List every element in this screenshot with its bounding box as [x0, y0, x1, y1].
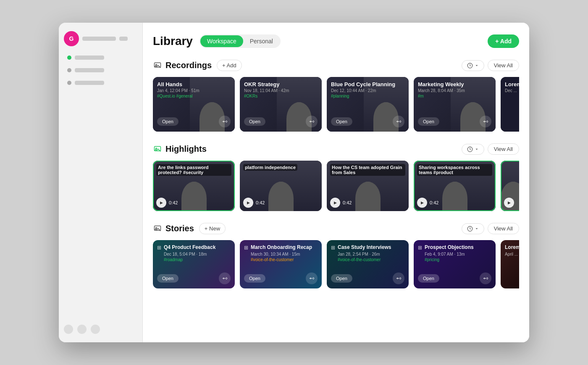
- recording-title-0: All Hands: [157, 81, 231, 87]
- highlight-play-0[interactable]: ▶: [156, 198, 166, 208]
- stories-view-all-button[interactable]: View All: [488, 223, 519, 234]
- story-tag-2: #voice-of-the-customer: [338, 257, 391, 262]
- story-date-2: Jan 28, 2:54 PM · 26m: [338, 252, 391, 257]
- sidebar-dot-gray-2: [67, 81, 71, 85]
- recording-open-1[interactable]: Open: [244, 117, 265, 126]
- story-card-1[interactable]: ⊞ March Onboarding Recap March 30, 10:34…: [240, 240, 322, 288]
- recordings-cards-row: All Hands Jan 4, 12:04 PM · 51m #Quest.i…: [153, 77, 519, 132]
- sidebar-bottom-icon-3[interactable]: [91, 325, 100, 334]
- sidebar-dot-green: [67, 56, 71, 60]
- recordings-add-button[interactable]: + Add: [217, 60, 242, 71]
- highlight-card-0[interactable]: Are the links password protected? #secur…: [153, 161, 235, 211]
- recordings-actions: View All: [462, 60, 519, 71]
- highlight-card-1[interactable]: platform independence ▶ 0:42: [240, 161, 322, 211]
- sidebar-item-2[interactable]: [64, 66, 137, 75]
- highlights-section: Highlights View All: [153, 143, 519, 211]
- recording-share-2[interactable]: [393, 116, 404, 127]
- highlight-card-3[interactable]: Sharing workspaces across teams #product…: [414, 161, 496, 211]
- highlight-title-2: How the CS team adopted Grain from Sales: [330, 164, 405, 176]
- recordings-sort-button[interactable]: [462, 60, 484, 71]
- story-open-2[interactable]: Open: [331, 274, 352, 283]
- recording-share-1[interactable]: [306, 116, 318, 127]
- stories-sort-button[interactable]: [462, 223, 484, 234]
- highlight-card-2[interactable]: How the CS team adopted Grain from Sales…: [327, 161, 409, 211]
- highlight-play-2[interactable]: ▶: [330, 198, 340, 208]
- story-share-3[interactable]: [480, 272, 491, 284]
- recording-title-2: Blue Pod Cycle Planning: [331, 81, 404, 87]
- story-card-2[interactable]: ⊞ Case Study Interviews Jan 28, 2:54 PM …: [327, 240, 409, 288]
- highlights-cards-row: Are the links password protected? #secur…: [153, 161, 519, 211]
- highlights-header: Highlights View All: [153, 143, 519, 155]
- sidebar-bottom-icon-2[interactable]: [77, 325, 87, 334]
- main-content: Library Workspace Personal + Add Recordi…: [143, 23, 529, 342]
- story-title-0: Q4 Product Feedback: [164, 244, 215, 251]
- story-card-0[interactable]: ⊞ Q4 Product Feedback Dec 18, 5:04 PM · …: [153, 240, 235, 288]
- story-open-3[interactable]: Open: [418, 274, 439, 283]
- story-share-2[interactable]: [393, 272, 404, 284]
- highlight-play-1[interactable]: ▶: [243, 198, 253, 208]
- highlight-play-3[interactable]: ▶: [417, 198, 427, 208]
- recording-card-3[interactable]: Marketing Weekly March 28, 8:04 AM · 35m…: [414, 77, 496, 132]
- story-tag-0: #roadmap: [164, 257, 215, 262]
- recording-title-3: Marketing Weekly: [418, 81, 491, 87]
- recording-card-1[interactable]: OKR Strategy Nov 18, 11:04 AM · 42m #OKR…: [240, 77, 322, 132]
- recordings-header: Recordings + Add View All: [153, 60, 519, 71]
- recording-tag-3: #m: [418, 94, 491, 98]
- sidebar-item-3[interactable]: [64, 78, 137, 87]
- user-badge: [119, 37, 128, 41]
- stories-section: Stories + New View All: [153, 223, 519, 288]
- recordings-icon: [153, 61, 162, 70]
- stories-cards-row: ⊞ Q4 Product Feedback Dec 18, 5:04 PM · …: [153, 240, 519, 288]
- story-tag-1: #voice-of-the-customer: [251, 257, 312, 262]
- stories-title: Stories: [165, 224, 194, 233]
- highlight-card-4[interactable]: ▶: [501, 161, 519, 211]
- recording-card-0[interactable]: All Hands Jan 4, 12:04 PM · 51m #Quest.i…: [153, 77, 235, 132]
- story-open-1[interactable]: Open: [244, 274, 265, 283]
- highlights-title: Highlights: [165, 144, 207, 154]
- app-window: G Library Workspace P: [59, 23, 529, 342]
- highlights-sort-button[interactable]: [462, 144, 484, 155]
- recording-title-1: OKR Strategy: [244, 81, 318, 87]
- avatar: G: [64, 31, 79, 46]
- story-share-1[interactable]: [306, 272, 318, 284]
- story-share-0[interactable]: [219, 272, 231, 284]
- highlights-view-all-button[interactable]: View All: [488, 143, 519, 155]
- recording-open-2[interactable]: Open: [331, 117, 352, 126]
- recordings-view-all-button[interactable]: View All: [488, 60, 519, 71]
- svg-point-7: [156, 227, 157, 229]
- recording-card-2[interactable]: Blue Pod Cycle Planning Dec 12, 10:44 AM…: [327, 77, 409, 132]
- recording-open-3[interactable]: Open: [418, 117, 439, 126]
- svg-point-1: [156, 64, 157, 66]
- recording-share-3[interactable]: [480, 116, 491, 127]
- story-title-3: Prospect Objections: [425, 244, 474, 251]
- stories-new-button[interactable]: + New: [199, 223, 226, 234]
- highlight-title-3: Sharing workspaces across teams #product: [417, 164, 492, 176]
- highlight-duration-2: 0:42: [343, 200, 352, 205]
- recording-date-4: Dec ...: [505, 88, 519, 93]
- recording-share-0[interactable]: [219, 116, 231, 127]
- svg-point-4: [156, 148, 157, 149]
- recording-title-4: Lorem: [505, 81, 519, 87]
- sidebar-bottom-icon-1[interactable]: [64, 325, 73, 334]
- highlight-title-0: Are the links password protected? #secur…: [156, 164, 231, 176]
- highlight-title-1: platform independence: [243, 164, 297, 171]
- recording-open-0[interactable]: Open: [157, 117, 178, 126]
- story-card-3[interactable]: ⊞ Prospect Objections Feb 4, 9:07 AM · 1…: [414, 240, 496, 288]
- tab-personal[interactable]: Personal: [243, 35, 280, 47]
- story-tag-3: #pricing: [425, 257, 474, 262]
- recording-card-4[interactable]: Lorem Dec ...: [501, 77, 519, 132]
- sidebar-label-2: [75, 68, 104, 72]
- sidebar-bottom: [64, 325, 137, 334]
- story-card-4[interactable]: Lorem April ...: [501, 240, 519, 288]
- stories-icon: [153, 224, 162, 233]
- tab-workspace[interactable]: Workspace: [200, 35, 243, 47]
- story-icon-2: ⊞: [331, 245, 335, 251]
- story-date-0: Dec 18, 5:04 PM · 18m: [164, 252, 215, 257]
- sidebar-item-1[interactable]: [64, 53, 137, 62]
- story-date-1: March 30, 10:34 AM · 15m: [251, 252, 312, 257]
- page-title: Library: [153, 34, 193, 48]
- recordings-section: Recordings + Add View All: [153, 60, 519, 132]
- story-open-0[interactable]: Open: [157, 274, 178, 283]
- highlight-play-4[interactable]: ▶: [504, 198, 514, 208]
- header-add-button[interactable]: + Add: [488, 34, 519, 48]
